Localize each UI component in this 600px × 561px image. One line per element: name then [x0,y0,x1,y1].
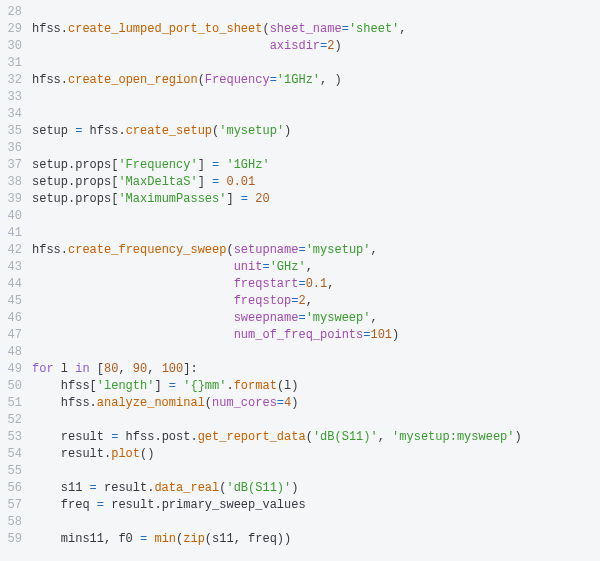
code-line[interactable]: 49for l in [80, 90, 100]: [0,361,600,378]
line-content[interactable]: hfss.create_frequency_sweep(setupname='m… [32,242,600,259]
line-number: 32 [0,72,32,89]
line-content[interactable]: sweepname='mysweep', [32,310,600,327]
code-line[interactable]: 47 num_of_freq_points=101) [0,327,600,344]
token-plain: hfss.post. [118,430,197,444]
line-content[interactable]: axisdir=2) [32,38,600,55]
token-str: 'MaximumPasses' [118,192,226,206]
token-plain: ) [291,481,298,495]
token-fn: create_open_region [68,73,198,87]
line-content[interactable] [32,4,600,21]
token-plain [32,260,234,274]
code-line[interactable]: 29hfss.create_lumped_port_to_sheet(sheet… [0,21,600,38]
line-content[interactable]: hfss.create_lumped_port_to_sheet(sheet_n… [32,21,600,38]
code-line[interactable]: 28 [0,4,600,21]
line-content[interactable]: result = hfss.post.get_report_data('dB(S… [32,429,600,446]
line-content[interactable] [32,89,600,106]
line-content[interactable]: mins11, f0 = min(zip(s11, freq)) [32,531,600,548]
code-line[interactable]: 31 [0,55,600,72]
code-line[interactable]: 41 [0,225,600,242]
code-line[interactable]: 51 hfss.analyze_nominal(num_cores=4) [0,395,600,412]
line-content[interactable] [32,225,600,242]
code-line[interactable]: 43 unit='GHz', [0,259,600,276]
line-content[interactable] [32,140,600,157]
token-plain: ] [198,158,212,172]
token-attr: num_cores [212,396,277,410]
token-plain: ) [291,396,298,410]
token-plain: , [118,362,132,376]
code-line[interactable]: 37setup.props['Frequency'] = '1GHz' [0,157,600,174]
code-line[interactable]: 52 [0,412,600,429]
code-editor[interactable]: 2829hfss.create_lumped_port_to_sheet(she… [0,4,600,548]
line-content[interactable]: for l in [80, 90, 100]: [32,361,600,378]
code-line[interactable]: 59 mins11, f0 = min(zip(s11, freq)) [0,531,600,548]
line-content[interactable]: s11 = result.data_real('dB(S11)') [32,480,600,497]
code-line[interactable]: 39setup.props['MaximumPasses'] = 20 [0,191,600,208]
token-plain: mins11, f0 [32,532,140,546]
line-content[interactable]: unit='GHz', [32,259,600,276]
token-op: = [298,277,305,291]
line-number: 28 [0,4,32,21]
token-plain: () [140,447,154,461]
token-plain: hfss. [32,73,68,87]
line-content[interactable] [32,208,600,225]
code-line[interactable]: 50 hfss['length'] = '{}mm'.format(l) [0,378,600,395]
token-kw: in [75,362,89,376]
code-line[interactable]: 57 freq = result.primary_sweep_values [0,497,600,514]
code-line[interactable]: 54 result.plot() [0,446,600,463]
code-line[interactable]: 44 freqstart=0.1, [0,276,600,293]
token-plain: , [306,294,313,308]
code-line[interactable]: 32hfss.create_open_region(Frequency='1GH… [0,72,600,89]
line-content[interactable] [32,344,600,361]
line-content[interactable]: freqstart=0.1, [32,276,600,293]
line-content[interactable]: setup.props['MaxDeltaS'] = 0.01 [32,174,600,191]
line-content[interactable]: freq = result.primary_sweep_values [32,497,600,514]
line-content[interactable]: setup.props['MaximumPasses'] = 20 [32,191,600,208]
code-line[interactable]: 46 sweepname='mysweep', [0,310,600,327]
line-content[interactable] [32,412,600,429]
line-content[interactable] [32,55,600,72]
code-line[interactable]: 55 [0,463,600,480]
line-number: 43 [0,259,32,276]
line-number: 48 [0,344,32,361]
line-content[interactable]: hfss['length'] = '{}mm'.format(l) [32,378,600,395]
code-line[interactable]: 34 [0,106,600,123]
code-line[interactable]: 56 s11 = result.data_real('dB(S11)') [0,480,600,497]
code-line[interactable]: 30 axisdir=2) [0,38,600,55]
line-content[interactable] [32,106,600,123]
line-content[interactable]: result.plot() [32,446,600,463]
code-line[interactable]: 36 [0,140,600,157]
code-line[interactable]: 58 [0,514,600,531]
line-number: 54 [0,446,32,463]
line-content[interactable] [32,514,600,531]
token-plain: , [399,22,406,36]
token-plain: setup.props[ [32,175,118,189]
code-line[interactable]: 38setup.props['MaxDeltaS'] = 0.01 [0,174,600,191]
line-content[interactable]: freqstop=2, [32,293,600,310]
token-str: '{}mm' [183,379,226,393]
token-fn: create_setup [126,124,212,138]
token-fn: create_lumped_port_to_sheet [68,22,262,36]
code-line[interactable]: 48 [0,344,600,361]
line-content[interactable]: num_of_freq_points=101) [32,327,600,344]
line-content[interactable]: setup = hfss.create_setup('mysetup') [32,123,600,140]
code-line[interactable]: 35setup = hfss.create_setup('mysetup') [0,123,600,140]
token-kw: for [32,362,54,376]
line-content[interactable] [32,463,600,480]
token-plain: ) [392,328,399,342]
code-line[interactable]: 33 [0,89,600,106]
token-attr: unit [234,260,263,274]
token-plain: ) [284,124,291,138]
token-str: 'dB(S11)' [313,430,378,444]
token-str: 'Frequency' [118,158,197,172]
token-plain [32,328,234,342]
line-number: 41 [0,225,32,242]
line-content[interactable]: hfss.analyze_nominal(num_cores=4) [32,395,600,412]
code-line[interactable]: 40 [0,208,600,225]
token-str: 'length' [97,379,155,393]
line-content[interactable]: setup.props['Frequency'] = '1GHz' [32,157,600,174]
code-line[interactable]: 42hfss.create_frequency_sweep(setupname=… [0,242,600,259]
line-content[interactable]: hfss.create_open_region(Frequency='1GHz'… [32,72,600,89]
line-number: 33 [0,89,32,106]
code-line[interactable]: 45 freqstop=2, [0,293,600,310]
code-line[interactable]: 53 result = hfss.post.get_report_data('d… [0,429,600,446]
